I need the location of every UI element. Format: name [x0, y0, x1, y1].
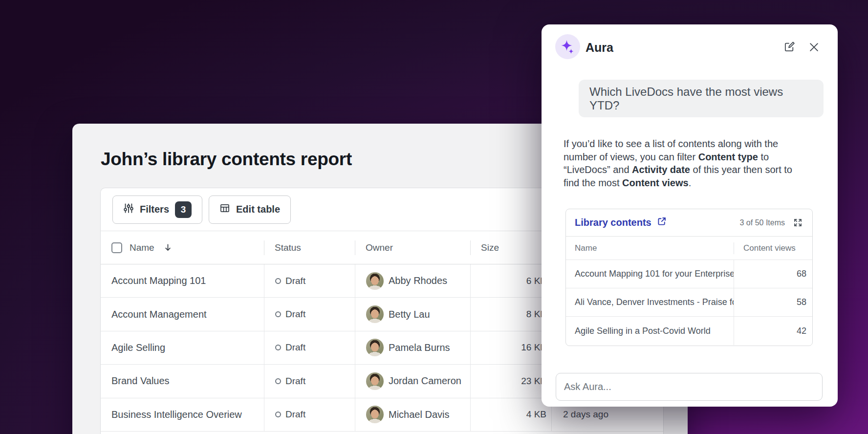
preview-cell-name: Ali Vance, Denver Investments - Praise f… — [566, 288, 734, 316]
cell-name: Account Management — [101, 298, 264, 330]
page-title: John’s library contents report — [101, 149, 352, 170]
cell-size: 8 KB — [470, 298, 551, 330]
aura-title: Aura — [586, 41, 613, 55]
cell-name: Business Intelligence Overiew — [101, 398, 264, 431]
cell-status: Draft — [264, 398, 355, 431]
aura-sparkle-icon — [555, 34, 580, 59]
sort-descending-icon[interactable] — [164, 243, 172, 252]
expand-icon[interactable] — [793, 218, 803, 227]
filters-button[interactable]: Filters 3 — [112, 195, 202, 224]
edit-table-button[interactable]: Edit table — [209, 195, 291, 224]
external-link-icon — [657, 217, 667, 229]
select-all-checkbox[interactable] — [111, 242, 122, 253]
owner-avatar — [366, 339, 384, 356]
owner-name: Pamela Burns — [389, 342, 450, 353]
preview-cell-views: 42 — [734, 317, 812, 345]
preview-cell-views: 68 — [734, 260, 812, 288]
cell-owner: Betty Lau — [355, 298, 470, 330]
cell-status: Draft — [264, 365, 355, 397]
owner-avatar — [366, 272, 384, 290]
cell-size: 6 KB — [470, 264, 551, 297]
preview-column-name: Name — [566, 237, 734, 260]
status-draft-icon — [275, 378, 281, 384]
column-header-status: Status — [264, 231, 355, 264]
preview-table-body: Account Mapping 101 for your Enterprise…… — [566, 260, 812, 345]
desktop-background: { "report": { "title": "John’s library c… — [0, 0, 868, 434]
cell-name: Account Mapping 101 — [101, 264, 264, 297]
status-draft-icon — [275, 311, 281, 317]
status-draft-icon — [275, 345, 281, 350]
table-grid-icon — [219, 203, 230, 216]
preview-cell-views: 58 — [734, 288, 812, 316]
items-count-label: 3 of 50 Items — [740, 218, 785, 227]
status-label: Draft — [285, 376, 305, 387]
cell-status: Draft — [264, 298, 355, 330]
status-label: Draft — [285, 342, 305, 353]
cell-name: Agile Selling — [101, 331, 264, 364]
preview-card-header: Library contents 3 of 50 Items — [566, 209, 812, 237]
owner-avatar — [366, 305, 384, 323]
status-label: Draft — [285, 409, 305, 420]
filters-count-badge: 3 — [175, 201, 192, 218]
cell-owner: Michael Davis — [355, 398, 470, 431]
preview-column-headers: Name Content views — [566, 237, 812, 260]
cell-status: Draft — [264, 331, 355, 364]
status-label: Draft — [285, 309, 305, 320]
filters-button-label: Filters — [140, 204, 169, 215]
status-label: Draft — [285, 276, 305, 286]
library-contents-link[interactable]: Library contents — [575, 217, 740, 229]
cell-size: 4 KB — [470, 398, 551, 431]
owner-name: Michael Davis — [389, 409, 449, 420]
user-message-bubble: Which LiveDocs have the most views YTD? — [579, 80, 824, 117]
library-contents-preview-card: Library contents 3 of 50 Items — [565, 209, 813, 346]
new-chat-compose-icon[interactable] — [783, 41, 796, 53]
cell-owner: Jordan Cameron — [355, 365, 470, 397]
owner-name: Abby Rhodes — [389, 275, 447, 286]
close-icon[interactable] — [809, 42, 819, 52]
library-contents-link-label: Library contents — [575, 217, 651, 228]
cell-owner: Pamela Burns — [355, 331, 470, 364]
owner-name: Betty Lau — [389, 309, 430, 320]
ask-aura-input[interactable] — [556, 373, 823, 401]
preview-table-row[interactable]: Ali Vance, Denver Investments - Praise f… — [566, 288, 812, 317]
preview-column-views: Content views — [734, 237, 812, 260]
assistant-response: If you’d like to see a list of contents … — [564, 137, 810, 189]
preview-table-row[interactable]: Account Mapping 101 for your Enterprise…… — [566, 260, 812, 288]
preview-cell-name: Account Mapping 101 for your Enterprise… — [566, 260, 734, 288]
owner-avatar — [366, 372, 384, 390]
sliders-icon — [123, 203, 134, 216]
preview-cell-name: Agile Selling in a Post-Covid World — [566, 317, 734, 345]
cell-owner: Abby Rhodes — [355, 264, 470, 297]
status-draft-icon — [275, 278, 281, 284]
cell-size: 16 KB — [470, 331, 551, 364]
owner-avatar — [366, 406, 384, 423]
user-question: Which LiveDocs have the most views YTD? — [589, 85, 813, 112]
cell-status: Draft — [264, 264, 355, 297]
column-header-name-label: Name — [130, 242, 154, 253]
aura-assistant-panel: Aura Which LiveDocs have the most views … — [542, 24, 838, 407]
cell-size: 23 KB — [470, 365, 551, 397]
column-header-owner: Owner — [355, 231, 470, 264]
preview-table-row[interactable]: Agile Selling in a Post-Covid World 42 — [566, 317, 812, 345]
edit-table-button-label: Edit table — [236, 204, 280, 215]
cell-name: Brand Values — [101, 365, 264, 397]
column-header-size: Size — [470, 231, 551, 264]
owner-name: Jordan Cameron — [389, 375, 461, 387]
status-draft-icon — [275, 412, 281, 417]
column-header-name[interactable]: Name — [101, 231, 264, 264]
